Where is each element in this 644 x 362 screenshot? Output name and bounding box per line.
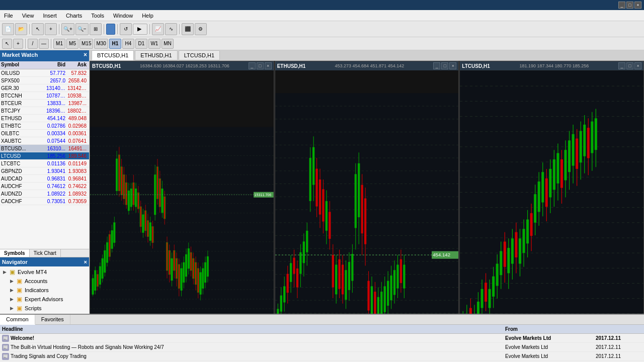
news-row[interactable]: 📰Trading Signals and Copy Trading Evolve… [0, 352, 644, 361]
mw-row-xaubtc[interactable]: XAUBTC 0.07544 0.07641 [0, 137, 89, 145]
chart-tab-ethusd[interactable]: ETHUSD,H1 [135, 50, 177, 60]
crosshair-btn[interactable]: + [45, 23, 57, 35]
menu-tools[interactable]: Tools [89, 12, 106, 20]
mw-row-audcad[interactable]: AUDCAD 0.96831 0.96841 [0, 175, 89, 183]
svg-rect-168 [319, 179, 321, 215]
chart-tab-ltcusd[interactable]: LTCUSD,H1 [179, 50, 220, 60]
new-order-button[interactable] [106, 24, 115, 35]
chart-btcusd-restore[interactable]: □ [257, 62, 264, 69]
close-btn[interactable]: × [634, 2, 641, 9]
mw-ask: 0.01149 [66, 161, 88, 166]
nav-item-scripts[interactable]: ▶ ▣ Scripts [1, 304, 88, 313]
menu-insert[interactable]: Insert [41, 12, 59, 20]
period-m1[interactable]: M1 [53, 39, 65, 49]
navigator-close[interactable]: × [84, 259, 87, 265]
chart-ethusd-minimize[interactable]: _ [433, 62, 440, 69]
period-d1[interactable]: D1 [135, 39, 147, 49]
chart-ltcusd-restore[interactable]: □ [626, 62, 633, 69]
menu-file[interactable]: File [2, 12, 15, 20]
crosshair-btn2[interactable]: + [13, 39, 23, 49]
news-row[interactable]: 📰Welcome! Evolve Markets Ltd 2017.12.11 [0, 334, 644, 343]
svg-rect-295 [557, 153, 559, 183]
period-m5[interactable]: M5 [66, 39, 78, 49]
mw-row-btceur[interactable]: BTCEUR 13833... 13987... [0, 100, 89, 107]
mw-symbol: GER.30 [0, 85, 45, 91]
mw-row-spx500[interactable]: SPX500 2657.0 2658.40 [0, 77, 89, 84]
mw-ask: 489.048 [66, 116, 88, 121]
bottom-tab-common[interactable]: Common [0, 315, 35, 325]
open-btn[interactable]: 📂 [15, 23, 27, 35]
line-studies-btn[interactable]: 📈 [152, 23, 164, 35]
period-mn[interactable]: MN [162, 39, 174, 49]
news-row[interactable]: 📰The Built-in Virtual Hosting — Robots a… [0, 343, 644, 352]
mw-row-audnzd[interactable]: AUDNZD 1.08922 1.08932 [0, 190, 89, 198]
nav-arrow-icon: ▶ [10, 279, 15, 284]
menu-charts[interactable]: Charts [64, 12, 84, 20]
mw-row-ethbtc[interactable]: ETHBTC 0.02786 0.02968 [0, 122, 89, 130]
mw-tab-symbols[interactable]: Symbols [0, 249, 30, 257]
nav-item-indicators[interactable]: ▶ ▣ Indicators [1, 286, 88, 295]
zoom-in-btn[interactable]: 🔍+ [61, 23, 74, 35]
mw-row-ger30[interactable]: GER.30 13140.48 13142.48 [0, 84, 89, 92]
chart-ltcusd-close[interactable]: × [634, 62, 641, 69]
chart-tab-btcusd[interactable]: BTCUSD,H1 [92, 50, 134, 60]
arrow-tool-btn[interactable]: ↖ [32, 23, 44, 35]
news-headline: 📰Trading Signals and Copy Trading [0, 353, 503, 360]
period-m30[interactable]: M30 [94, 39, 108, 49]
nav-item-evolve-mt4[interactable]: ▶ ▣ Evolve MT4 [1, 267, 88, 277]
news-header: Headline From [0, 325, 644, 334]
svg-rect-198 [367, 281, 369, 311]
bottom-tab-favorites[interactable]: Favorites [35, 315, 70, 324]
line-tool-btn[interactable]: / [28, 39, 38, 49]
chart-ethusd-close[interactable]: × [449, 62, 456, 69]
svg-rect-166 [315, 169, 317, 207]
mw-row-ethusd[interactable]: ETHUSD 454.142 489.048 [0, 115, 89, 122]
hline-tool-btn[interactable]: — [39, 39, 49, 49]
zoom-out-btn[interactable]: 🔍− [75, 23, 89, 35]
cursor-btn[interactable]: ↖ [2, 39, 12, 49]
nav-item-label: Accounts [25, 278, 47, 284]
svg-rect-160 [306, 231, 308, 252]
mw-row-oilusd[interactable]: OILUSD 57.772 57.832 [0, 69, 89, 77]
market-watch-close[interactable]: × [84, 51, 87, 58]
period-w1[interactable]: W1 [148, 39, 160, 49]
terminal-btn[interactable]: ⬛ [182, 23, 194, 35]
svg-rect-257 [485, 283, 487, 302]
mw-row-ltcusd[interactable]: LTCUSD 185.256 189.546 [0, 152, 89, 160]
folder-icon: ▣ [8, 268, 16, 276]
chart-ethusd-restore[interactable]: □ [441, 62, 448, 69]
chart-btcusd-close[interactable]: × [265, 62, 272, 69]
mw-row-btcjpy[interactable]: BTCJPY 1839604 1880268 [0, 107, 89, 115]
mw-row-btccnh[interactable]: BTCCNH 107874... 109385... [0, 92, 89, 100]
svg-rect-263 [496, 264, 499, 286]
minimize-btn[interactable]: _ [618, 2, 625, 9]
menu-view[interactable]: View [20, 12, 36, 20]
chart-zoom-btn[interactable]: ⊞ [90, 23, 102, 35]
menu-window[interactable]: Window [111, 12, 135, 20]
autotrading-button[interactable]: ▶ [133, 24, 147, 35]
maximize-btn[interactable]: □ [626, 2, 633, 9]
chart-btcusd-minimize[interactable]: _ [249, 62, 256, 69]
options-btn[interactable]: ⚙ [195, 23, 207, 35]
mw-row-audchf[interactable]: AUDCHF 0.74612 0.74622 [0, 183, 89, 190]
mw-row-btcusd[interactable]: BTCUSD... 16310... 16491... [0, 145, 89, 152]
mw-tab-tick-chart[interactable]: Tick Chart [30, 249, 61, 257]
col-ask: Ask [66, 61, 88, 69]
indicators-btn[interactable]: ∿ [165, 23, 177, 35]
refresh-btn[interactable]: ↺ [120, 23, 132, 35]
nav-item-accounts[interactable]: ▶ ▣ Accounts [1, 277, 88, 286]
period-m15[interactable]: M15 [79, 39, 93, 49]
mw-row-oilbtc[interactable]: OILBTC 0.00334 0.00361 [0, 130, 89, 137]
period-h4[interactable]: H4 [122, 39, 134, 49]
period-h1[interactable]: H1 [109, 39, 121, 49]
menu-help[interactable]: Help [140, 12, 155, 20]
news-icon: 📰 [2, 353, 9, 360]
new-chart-btn[interactable]: 📄 [2, 23, 14, 35]
svg-rect-188 [351, 254, 353, 281]
mw-row-ltcbtc[interactable]: LTCBTC 0.01136 0.01149 [0, 160, 89, 167]
svg-rect-216 [396, 264, 398, 288]
mw-row-cadchf[interactable]: CADCHF 0.73051 0.73059 [0, 198, 89, 205]
mw-row-gbpnzd[interactable]: GBPNZD 1.93041 1.93083 [0, 167, 89, 175]
nav-item-expert-advisors[interactable]: ▶ ▣ Expert Advisors [1, 295, 88, 304]
chart-ltcusd-minimize[interactable]: _ [618, 62, 625, 69]
